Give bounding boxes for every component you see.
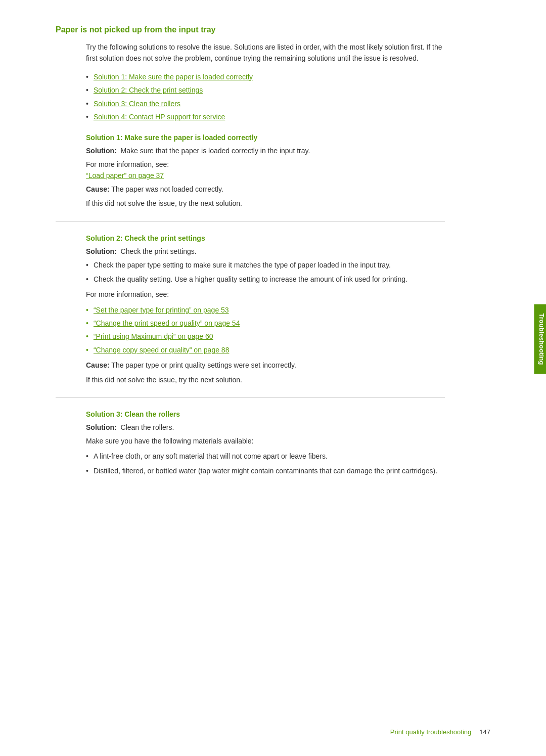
solution2-bullet2: Check the quality setting. Use a higher … [86, 274, 445, 285]
side-tab-wrapper: Troubleshooting [522, 303, 546, 374]
solution4-link[interactable]: Solution 4: Contact HP support for servi… [94, 111, 225, 122]
solution1-cause-label: Cause: [86, 185, 110, 193]
solution2-bullet1: Check the paper type setting to make sur… [86, 259, 445, 271]
solution2-label: Solution: [86, 247, 117, 255]
solution2-next: If this did not solve the issue, try the… [86, 374, 445, 385]
solution2-link1[interactable]: “Set the paper type for printing” on pag… [94, 304, 229, 316]
list-item-solution2[interactable]: Solution 2: Check the print settings [86, 84, 445, 96]
solution1-section: Solution 1: Make sure the paper is loade… [56, 134, 445, 209]
footer-link[interactable]: Print quality troubleshooting [390, 728, 471, 736]
solution3-section: Solution 3: Clean the rollers Solution: … [56, 410, 445, 476]
solution1-cause: Cause: The paper was not loaded correctl… [86, 184, 445, 195]
solution3-title: Solution 3: Clean the rollers [86, 410, 445, 418]
list-item-solution3[interactable]: Solution 3: Clean the rollers [86, 98, 445, 109]
solution1-title: Solution 1: Make sure the paper is loade… [86, 134, 445, 142]
solution1-block: Solution: Make sure that the paper is lo… [86, 147, 445, 209]
solution3-intro: Make sure you have the following materia… [86, 435, 445, 447]
solution2-link4[interactable]: “Change copy speed or quality” on page 8… [94, 344, 230, 355]
solution3-block: Solution: Clean the rollers. Make sure y… [86, 423, 445, 476]
solution1-text: Solution: Make sure that the paper is lo… [86, 147, 445, 155]
solution1-label: Solution: [86, 147, 117, 155]
solution2-link3[interactable]: “Print using Maximum dpi” on page 60 [94, 331, 213, 342]
side-tab: Troubleshooting [534, 304, 546, 374]
solution2-block: Solution: Check the print settings. Chec… [86, 247, 445, 386]
solution2-title: Solution 2: Check the print settings [86, 234, 445, 242]
solution2-cause-label: Cause: [86, 361, 110, 369]
solution1-for-more: For more information, see: [86, 159, 445, 170]
solution1-body: Make sure that the paper is loaded corre… [121, 147, 310, 155]
intro-paragraph: Try the following solutions to resolve t… [86, 41, 445, 64]
divider1 [56, 221, 445, 222]
solution2-links-list: “Set the paper type for printing” on pag… [86, 304, 445, 356]
solution3-link[interactable]: Solution 3: Clean the rollers [94, 98, 180, 109]
solution2-section: Solution 2: Check the print settings Sol… [56, 234, 445, 386]
solution2-link4-item[interactable]: “Change copy speed or quality” on page 8… [86, 344, 445, 355]
solution3-label: Solution: [86, 423, 117, 431]
divider2 [56, 397, 445, 398]
solution3-bullet1: A lint-free cloth, or any soft material … [86, 451, 445, 462]
solution2-link1-item[interactable]: “Set the paper type for printing” on pag… [86, 304, 445, 316]
list-item-solution4[interactable]: Solution 4: Contact HP support for servi… [86, 111, 445, 122]
solution2-link[interactable]: Solution 2: Check the print settings [94, 84, 203, 96]
load-paper-link[interactable]: “Load paper” on page 37 [86, 171, 164, 180]
solution3-text: Solution: Clean the rollers. [86, 423, 445, 431]
page-title: Paper is not picked up from the input tr… [56, 25, 445, 34]
solution3-bullet2: Distilled, filtered, or bottled water (t… [86, 465, 445, 476]
solution2-for-more: For more information, see: [86, 289, 445, 300]
solution2-bullets: Check the paper type setting to make sur… [86, 259, 445, 285]
solution3-body2: Clean the rollers. [121, 423, 174, 431]
solution1-link[interactable]: Solution 1: Make sure the paper is loade… [94, 71, 253, 82]
footer-page-number: 147 [479, 728, 490, 736]
solution2-text: Solution: Check the print settings. [86, 247, 445, 255]
solutions-list: Solution 1: Make sure the paper is loade… [86, 71, 445, 123]
solution1-next: If this did not solve the issue, try the… [86, 198, 445, 209]
solution2-cause: Cause: The paper type or print quality s… [86, 360, 445, 371]
solution2-link3-item[interactable]: “Print using Maximum dpi” on page 60 [86, 331, 445, 342]
list-item-solution1[interactable]: Solution 1: Make sure the paper is loade… [86, 71, 445, 82]
solution2-link2[interactable]: “Change the print speed or quality” on p… [94, 318, 240, 329]
solution2-body2: Check the print settings. [121, 247, 197, 255]
solution2-link2-item[interactable]: “Change the print speed or quality” on p… [86, 318, 445, 329]
solution3-bullets: A lint-free cloth, or any soft material … [86, 451, 445, 476]
